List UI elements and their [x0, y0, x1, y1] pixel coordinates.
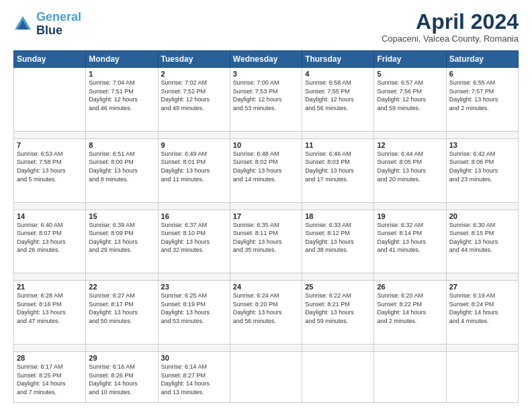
- day-num-21: 21: [17, 283, 83, 291]
- day-num-20: 20: [449, 212, 515, 220]
- separator-row-1: [14, 202, 519, 210]
- cell-1-0: 7Sunrise: 6:53 AM Sunset: 7:58 PM Daylig…: [14, 138, 86, 202]
- sep-cell-1-0: [14, 202, 86, 210]
- sep-cell-2-0: [14, 273, 86, 281]
- week-row-4: 21Sunrise: 6:28 AM Sunset: 8:16 PM Dayli…: [14, 281, 519, 345]
- day-num-10: 10: [233, 141, 299, 149]
- col-thursday: Thursday: [302, 51, 374, 68]
- day-info-28: Sunrise: 6:17 AM Sunset: 8:25 PM Dayligh…: [17, 363, 83, 396]
- day-info-23: Sunrise: 6:25 AM Sunset: 8:19 PM Dayligh…: [161, 291, 227, 325]
- day-info-5: Sunrise: 6:57 AM Sunset: 7:56 PM Dayligh…: [377, 79, 443, 112]
- col-monday: Monday: [86, 51, 158, 68]
- cell-0-4: 4Sunrise: 6:58 AM Sunset: 7:55 PM Daylig…: [302, 68, 374, 132]
- separator-row-0: [14, 131, 519, 138]
- day-info-21: Sunrise: 6:28 AM Sunset: 8:16 PM Dayligh…: [17, 291, 83, 325]
- sep-cell-1-6: [446, 202, 518, 210]
- sep-cell-1-4: [302, 202, 374, 210]
- sep-cell-3-3: [230, 345, 302, 352]
- cell-0-2: 2Sunrise: 7:02 AM Sunset: 7:52 PM Daylig…: [158, 68, 230, 132]
- sep-cell-2-1: [86, 273, 158, 281]
- sep-cell-0-4: [302, 131, 374, 138]
- logo-text: General Blue: [36, 11, 81, 38]
- cell-3-4: 25Sunrise: 6:22 AM Sunset: 8:21 PM Dayli…: [302, 281, 374, 345]
- logo-icon: [13, 15, 32, 34]
- calendar-table: Sunday Monday Tuesday Wednesday Thursday…: [13, 50, 519, 403]
- separator-row-3: [14, 345, 519, 352]
- day-info-25: Sunrise: 6:22 AM Sunset: 8:21 PM Dayligh…: [305, 291, 371, 325]
- cell-1-3: 10Sunrise: 6:48 AM Sunset: 8:02 PM Dayli…: [230, 138, 302, 202]
- header: General Blue April 2024 Copaceni, Valcea…: [13, 11, 519, 44]
- day-info-29: Sunrise: 6:16 AM Sunset: 8:26 PM Dayligh…: [89, 363, 154, 396]
- sep-cell-1-3: [230, 202, 302, 210]
- sep-cell-2-3: [230, 273, 302, 281]
- day-num-24: 24: [233, 283, 299, 291]
- day-num-13: 13: [449, 141, 515, 149]
- sep-cell-3-4: [302, 345, 374, 352]
- sep-cell-3-6: [446, 345, 518, 352]
- cell-4-0: 28Sunrise: 6:17 AM Sunset: 8:25 PM Dayli…: [14, 352, 86, 403]
- day-info-14: Sunrise: 6:40 AM Sunset: 8:07 PM Dayligh…: [17, 221, 83, 255]
- week-row-2: 7Sunrise: 6:53 AM Sunset: 7:58 PM Daylig…: [14, 138, 519, 202]
- cell-1-1: 8Sunrise: 6:51 AM Sunset: 8:00 PM Daylig…: [86, 138, 158, 202]
- cell-2-5: 19Sunrise: 6:32 AM Sunset: 8:14 PM Dayli…: [374, 210, 446, 273]
- sep-cell-0-1: [86, 131, 158, 138]
- cell-3-3: 24Sunrise: 6:24 AM Sunset: 8:20 PM Dayli…: [230, 281, 302, 345]
- sep-cell-1-2: [158, 202, 230, 210]
- cell-0-3: 3Sunrise: 7:00 AM Sunset: 7:53 PM Daylig…: [230, 68, 302, 132]
- day-num-6: 6: [449, 70, 515, 78]
- cell-2-1: 15Sunrise: 6:39 AM Sunset: 8:09 PM Dayli…: [86, 210, 158, 273]
- cell-2-3: 17Sunrise: 6:35 AM Sunset: 8:11 PM Dayli…: [230, 210, 302, 273]
- cell-4-2: 30Sunrise: 6:14 AM Sunset: 8:27 PM Dayli…: [158, 352, 230, 403]
- day-info-27: Sunrise: 6:19 AM Sunset: 8:24 PM Dayligh…: [449, 291, 515, 325]
- page: General Blue April 2024 Copaceni, Valcea…: [0, 0, 532, 411]
- day-num-15: 15: [89, 212, 154, 220]
- sep-cell-3-5: [374, 345, 446, 352]
- day-num-19: 19: [377, 212, 443, 220]
- day-num-1: 1: [89, 70, 154, 78]
- day-num-23: 23: [161, 283, 227, 291]
- day-num-26: 26: [377, 283, 443, 291]
- cell-2-2: 16Sunrise: 6:37 AM Sunset: 8:10 PM Dayli…: [158, 210, 230, 273]
- day-num-16: 16: [161, 212, 227, 220]
- separator-row-2: [14, 273, 519, 281]
- day-info-15: Sunrise: 6:39 AM Sunset: 8:09 PM Dayligh…: [89, 221, 154, 255]
- day-num-2: 2: [161, 70, 227, 78]
- sep-cell-0-5: [374, 131, 446, 138]
- day-num-18: 18: [305, 212, 371, 220]
- cell-4-4: [302, 352, 374, 403]
- cell-1-2: 9Sunrise: 6:49 AM Sunset: 8:01 PM Daylig…: [158, 138, 230, 202]
- day-info-19: Sunrise: 6:32 AM Sunset: 8:14 PM Dayligh…: [377, 221, 443, 255]
- cell-0-1: 1Sunrise: 7:04 AM Sunset: 7:51 PM Daylig…: [86, 68, 158, 132]
- cell-2-6: 20Sunrise: 6:30 AM Sunset: 8:15 PM Dayli…: [446, 210, 518, 273]
- sep-cell-3-1: [86, 345, 158, 352]
- cell-3-5: 26Sunrise: 6:20 AM Sunset: 8:22 PM Dayli…: [374, 281, 446, 345]
- day-info-9: Sunrise: 6:49 AM Sunset: 8:01 PM Dayligh…: [161, 150, 227, 183]
- sep-cell-2-5: [374, 273, 446, 281]
- day-num-11: 11: [305, 141, 371, 149]
- day-info-3: Sunrise: 7:00 AM Sunset: 7:53 PM Dayligh…: [233, 79, 299, 112]
- day-info-18: Sunrise: 6:33 AM Sunset: 8:12 PM Dayligh…: [305, 221, 371, 255]
- day-info-4: Sunrise: 6:58 AM Sunset: 7:55 PM Dayligh…: [305, 79, 371, 112]
- day-num-28: 28: [17, 354, 83, 362]
- cell-3-0: 21Sunrise: 6:28 AM Sunset: 8:16 PM Dayli…: [14, 281, 86, 345]
- sep-cell-1-5: [374, 202, 446, 210]
- day-num-27: 27: [449, 283, 515, 291]
- day-info-7: Sunrise: 6:53 AM Sunset: 7:58 PM Dayligh…: [17, 150, 83, 183]
- sep-cell-1-1: [86, 202, 158, 210]
- day-info-10: Sunrise: 6:48 AM Sunset: 8:02 PM Dayligh…: [233, 150, 299, 183]
- col-saturday: Saturday: [446, 51, 518, 68]
- day-info-20: Sunrise: 6:30 AM Sunset: 8:15 PM Dayligh…: [449, 221, 515, 255]
- sep-cell-3-2: [158, 345, 230, 352]
- day-info-30: Sunrise: 6:14 AM Sunset: 8:27 PM Dayligh…: [161, 363, 227, 396]
- col-friday: Friday: [374, 51, 446, 68]
- day-num-7: 7: [17, 141, 83, 149]
- day-num-30: 30: [161, 354, 227, 362]
- sep-cell-0-6: [446, 131, 518, 138]
- col-sunday: Sunday: [14, 51, 86, 68]
- week-row-5: 28Sunrise: 6:17 AM Sunset: 8:25 PM Dayli…: [14, 352, 519, 403]
- month-title: April 2024: [382, 11, 519, 32]
- cell-0-6: 6Sunrise: 6:55 AM Sunset: 7:57 PM Daylig…: [446, 68, 518, 132]
- day-info-12: Sunrise: 6:44 AM Sunset: 8:05 PM Dayligh…: [377, 150, 443, 183]
- week-row-3: 14Sunrise: 6:40 AM Sunset: 8:07 PM Dayli…: [14, 210, 519, 273]
- logo: General Blue: [13, 11, 81, 38]
